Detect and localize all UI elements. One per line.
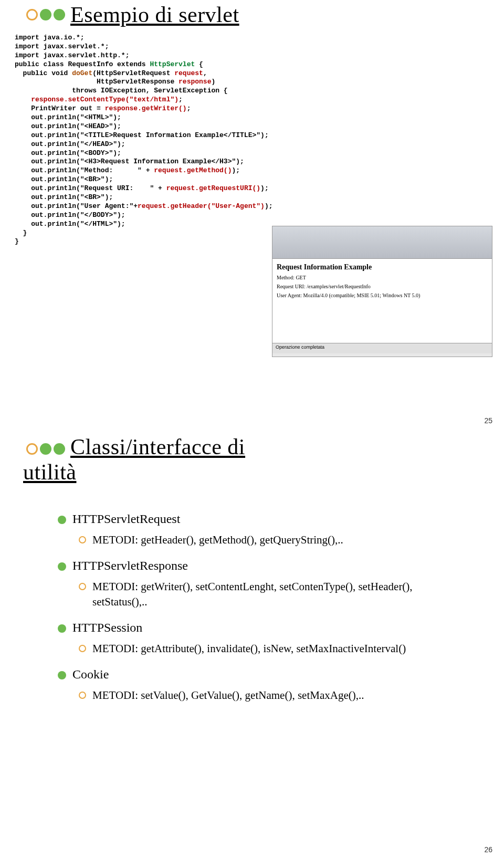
bullet-fill-icon (58, 671, 66, 679)
list-item-l1: Cookie (58, 667, 457, 682)
bullet-outline-icon (79, 645, 86, 652)
list-item-l1: HTTPServletRequest (58, 512, 457, 526)
list-item-text: METODI: getHeader(), getMethod(), getQue… (92, 532, 343, 547)
list-item-text: HTTPSession (72, 621, 142, 635)
slide-2: Classi/interfacce di utilità HTTPServlet… (0, 429, 504, 858)
list-item-l2: METODI: getHeader(), getMethod(), getQue… (79, 532, 457, 547)
browser-line1: Method: GET (277, 275, 488, 280)
bullet-fill-icon (58, 624, 66, 633)
bullet-fill-icon (40, 443, 51, 455)
browser-line3: User Agent: Mozilla/4.0 (compatible; MSI… (277, 292, 488, 298)
bullet-fill-icon (40, 9, 51, 20)
browser-status: Operazione completata (272, 343, 492, 353)
title-row: Esempio di servlet (0, 0, 504, 27)
list-item-text: Cookie (72, 667, 109, 682)
browser-heading: Request Information Example (277, 263, 488, 271)
list-item-text: HTTPServletRequest (72, 512, 180, 526)
status-left: Operazione completata (276, 344, 324, 350)
bullet-outline-icon (79, 583, 86, 590)
bullet-outline-icon (26, 9, 38, 20)
list-item-text: METODI: getAttribute(), invalidate(), is… (92, 641, 406, 656)
browser-toolbar (272, 226, 492, 259)
bullet-outline-icon (79, 692, 86, 699)
bullet-outline-icon (79, 536, 86, 543)
list-item-text: METODI: getWriter(), setContentLenght, s… (92, 579, 457, 609)
list-item-text: HTTPServletResponse (72, 559, 188, 573)
title-row: Classi/interfacce di utilità (0, 429, 504, 485)
slide-1: Esempio di servlet import java.io.*;impo… (0, 0, 504, 429)
bullet-fill-icon (54, 443, 65, 455)
list-item-l1: HTTPServletResponse (58, 559, 457, 573)
bullet-fill-icon (58, 562, 66, 571)
bullet-fill-icon (54, 9, 65, 20)
title-bullets (26, 9, 65, 20)
bullet-outline-icon (26, 443, 38, 455)
list-item-text: METODI: setValue(), GetValue(), getName(… (92, 688, 364, 703)
browser-line2: Request URI: /examples/servlet/RequestIn… (277, 284, 488, 289)
slide2-content: HTTPServletRequestMETODI: getHeader(), g… (0, 485, 504, 703)
code-block: import java.io.*;import javax.servlet.*;… (0, 27, 504, 246)
browser-screenshot: Request Information Example Method: GET … (272, 226, 492, 357)
slide1-title: Esempio di servlet (70, 2, 239, 27)
list-item-l2: METODI: getAttribute(), invalidate(), is… (79, 641, 457, 656)
list-item-l2: METODI: getWriter(), setContentLenght, s… (79, 579, 457, 609)
list-item-l1: HTTPSession (58, 621, 457, 635)
browser-body: Request Information Example Method: GET … (272, 259, 492, 343)
list-item-l2: METODI: setValue(), GetValue(), getName(… (79, 688, 457, 703)
slide2-title-line2: utilità (23, 459, 245, 485)
slide2-title-line1: Classi/interfacce di (70, 434, 245, 459)
page-number: 25 (484, 416, 492, 425)
page-number: 26 (484, 845, 492, 854)
title-bullets (26, 443, 65, 455)
bullet-fill-icon (58, 516, 66, 524)
